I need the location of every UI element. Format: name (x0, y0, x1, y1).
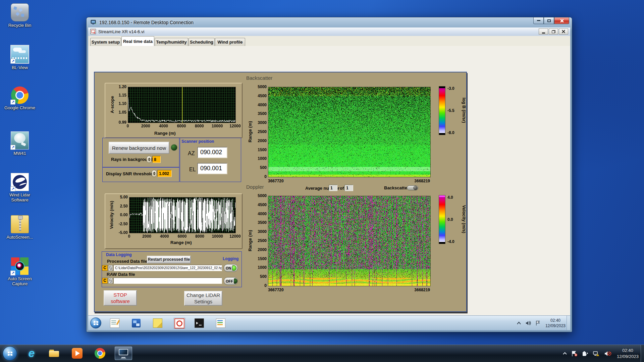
desktop-icon-google-chrome[interactable]: ↗Google Chrome (1, 86, 38, 110)
stop-button-line1: STOP (113, 292, 127, 298)
raw-data-file-label: RAW Data file (107, 272, 135, 277)
taskbar-item-google-chrome[interactable] (91, 347, 109, 360)
desktop-icon-bl-view[interactable]: ↗BL-View (1, 45, 38, 70)
stop-software-button[interactable]: STOP software (104, 290, 137, 306)
desktop-icon-wind-lidar-software[interactable]: ↗Wind Lidar Software (1, 173, 38, 202)
remote-taskbar-item-journal[interactable] (109, 318, 120, 328)
rdp-minimize-button[interactable] (533, 17, 544, 24)
raw-path-type-icon[interactable] (108, 278, 113, 284)
doppler-y-axis-label: Range (m) (248, 230, 253, 251)
doppler-ytick: 500 (253, 274, 267, 279)
remote-desktop-icon (118, 348, 129, 359)
tab-real-time-data[interactable]: Real time data (121, 36, 154, 46)
tab-scheduling[interactable]: Scheduling (189, 38, 215, 46)
tab-wind-profile[interactable]: Wind profile (215, 38, 245, 46)
rdp-maximize-button[interactable] (544, 17, 554, 24)
snr-spinner[interactable] (152, 170, 157, 177)
start-button[interactable] (3, 346, 17, 361)
network-warning-icon[interactable] (593, 351, 600, 357)
remote-show-desktop-button[interactable] (567, 316, 570, 330)
remote-clock[interactable]: 02:40 12/09/2023 (545, 318, 566, 328)
backscatter-toggle[interactable] (407, 185, 418, 190)
volume-muted-icon[interactable] (604, 351, 611, 357)
taskbar-item-internet-explorer[interactable]: e (23, 347, 40, 360)
backscatter-colorbar (439, 86, 445, 135)
processed-logging-switch[interactable]: ON (224, 264, 238, 272)
remote-taskbar-item-sticky-notes[interactable] (152, 318, 163, 328)
velocity-xtick: 0 (122, 234, 136, 239)
remote-taskbar-item-xml-file[interactable] (215, 318, 226, 328)
shortcut-arrow-icon: ↗ (10, 145, 15, 150)
windows-logo-icon (94, 321, 98, 325)
ascope-ytick: 1.05 (112, 110, 126, 115)
change-lidar-settings-button[interactable]: Change LiDAR Settings (184, 291, 222, 306)
taskbar-clock[interactable]: 02:40 12/09/2023 (617, 348, 639, 360)
remote-volume-icon[interactable] (525, 320, 531, 326)
rays-spinner[interactable] (147, 156, 152, 163)
doppler-colorbar-label: Velocity (m/s) (462, 205, 467, 233)
remote-taskbar-item-remote-manager[interactable] (130, 318, 142, 328)
raw-path-field[interactable] (113, 278, 222, 284)
backscatter-colorbar-bottom-cap (439, 133, 445, 135)
average-current-field[interactable]: 1 (329, 185, 337, 191)
ascope-x-axis-label: Range (m) (154, 131, 176, 136)
taskbar-item-remote-desktop[interactable] (115, 347, 132, 360)
ascope-ytick: 1.10 (112, 101, 126, 106)
tab-system-setup[interactable]: System setup (90, 38, 121, 46)
desktop-icon-autoscreen-zip[interactable]: AutoScreen... (1, 215, 38, 240)
app-restore-button[interactable] (549, 28, 558, 35)
doppler-ytick: 3500 (253, 220, 267, 225)
rdp-window-title: 192.168.0.150 - Remote Desktop Connectio… (99, 20, 194, 25)
shortcut-arrow-icon: ↗ (10, 186, 15, 191)
show-desktop-button[interactable] (641, 345, 644, 362)
action-center-flag-alert-icon[interactable] (571, 351, 578, 357)
ascope-xtick: 6000 (175, 124, 188, 128)
media-player-icon (72, 348, 83, 359)
shortcut-arrow-icon: ↗ (10, 100, 15, 105)
desktop-icon-mw41[interactable]: ↗MW41 (1, 131, 38, 156)
bl-view-icon: ↗ (10, 45, 29, 64)
ascope-canvas[interactable] (128, 87, 235, 123)
desktop-icon-recycle-bin[interactable]: Recycle Bin (1, 3, 38, 28)
taskbar-item-file-explorer[interactable] (46, 347, 63, 360)
renew-background-button[interactable]: Renew background now (109, 142, 169, 154)
desktop-icon-auto-screen-capture[interactable]: ↗Auto Screen Capture (1, 257, 38, 286)
remote-taskbar-item-command-prompt[interactable] (194, 318, 205, 328)
doppler-ytick: 5000 (253, 193, 267, 198)
remote-tray-chevron-icon[interactable] (517, 321, 521, 325)
processed-path-type-icon[interactable] (108, 265, 113, 271)
processed-path-field[interactable]: C:\Lidar\Data\Proc\2023\202309\20230912\… (113, 265, 222, 271)
remote-action-center-flag-icon[interactable] (535, 320, 541, 326)
backscatter-ytick: 3500 (253, 111, 267, 116)
average-total-field[interactable]: 1 (344, 185, 353, 191)
power-battery-icon[interactable] (582, 351, 589, 357)
az-value: 090.002 (197, 147, 227, 158)
snr-value-field[interactable]: 1.002 (157, 170, 172, 177)
tab-temp-humidity[interactable]: Temp/humidity (155, 38, 188, 46)
remote-start-button[interactable] (90, 317, 101, 328)
raw-logging-switch[interactable]: OFF (224, 277, 238, 285)
desktop: Recycle Bin↗BL-View↗Google Chrome↗MW41↗W… (0, 0, 644, 362)
doppler-cbar-tick: 0.0 (447, 217, 453, 222)
restart-processed-file-button[interactable]: Restart processed file (147, 256, 191, 263)
main-panel: A-scope Range (m) Renew background now R… (94, 72, 467, 312)
backscatter-plot (268, 87, 431, 177)
processed-drive-badge[interactable]: C (102, 265, 108, 271)
app-window-controls (539, 28, 568, 35)
rdp-titlebar[interactable]: 192.168.0.150 - Remote Desktop Connectio… (87, 17, 572, 27)
velocity-xtick: 10000 (211, 234, 224, 239)
rays-value-field[interactable]: 8 (152, 156, 161, 163)
remote-clock-date: 12/09/2023 (545, 323, 566, 328)
ascope-plot (128, 87, 236, 123)
remote-taskbar-item-power-app[interactable] (173, 318, 185, 329)
app-close-button[interactable] (559, 28, 568, 35)
remote-clock-time: 02:40 (545, 318, 566, 323)
ascope-xtick: 2000 (139, 124, 152, 128)
taskbar-item-media-player[interactable] (68, 347, 86, 360)
tray-chevron-icon[interactable] (562, 352, 567, 355)
app-titlebar[interactable]: StreamLine XR v14-6.vi (88, 27, 570, 36)
ascope-ytick: 1.20 (112, 84, 126, 89)
rdp-close-button[interactable] (554, 17, 569, 24)
raw-drive-badge[interactable]: C (102, 278, 108, 284)
app-minimize-button[interactable] (539, 28, 548, 35)
